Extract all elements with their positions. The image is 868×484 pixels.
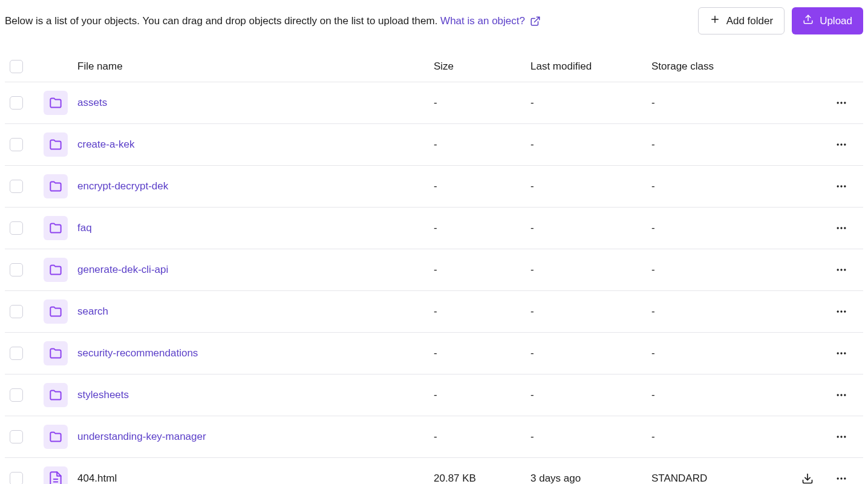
svg-point-25 bbox=[837, 394, 839, 396]
row-checkbox[interactable] bbox=[10, 96, 23, 110]
lastmodified-cell: - bbox=[530, 139, 651, 151]
size-cell: - bbox=[434, 264, 530, 276]
svg-point-6 bbox=[844, 102, 846, 103]
upload-icon bbox=[803, 14, 814, 28]
more-actions-button[interactable] bbox=[835, 347, 847, 359]
storageclass-cell: - bbox=[651, 222, 791, 234]
svg-point-26 bbox=[840, 394, 842, 396]
svg-point-7 bbox=[837, 143, 839, 145]
size-cell: - bbox=[434, 222, 530, 234]
more-actions-button[interactable] bbox=[835, 473, 847, 484]
svg-point-9 bbox=[844, 143, 846, 145]
col-storageclass: Storage class bbox=[651, 60, 791, 73]
description-text: Below is a list of your objects. You can… bbox=[5, 15, 541, 27]
row-checkbox[interactable] bbox=[10, 347, 23, 360]
storageclass-cell: - bbox=[651, 347, 791, 359]
lastmodified-cell: - bbox=[530, 222, 651, 234]
what-is-object-text: What is an object? bbox=[440, 15, 525, 27]
col-filename: File name bbox=[77, 60, 434, 73]
storageclass-cell: - bbox=[651, 264, 791, 276]
table-row: generate-dek-cli-api--- bbox=[5, 249, 863, 291]
folder-link[interactable]: encrypt-decrypt-dek bbox=[77, 180, 434, 192]
more-actions-button[interactable] bbox=[835, 306, 847, 318]
more-actions-button[interactable] bbox=[835, 264, 847, 276]
table-header: File name Size Last modified Storage cla… bbox=[5, 51, 863, 82]
size-cell: 20.87 KB bbox=[434, 473, 530, 484]
row-checkbox[interactable] bbox=[10, 388, 23, 402]
svg-point-29 bbox=[840, 436, 842, 437]
more-actions-button[interactable] bbox=[835, 97, 847, 109]
svg-point-20 bbox=[840, 310, 842, 312]
lastmodified-cell: - bbox=[530, 389, 651, 401]
size-cell: - bbox=[434, 431, 530, 443]
svg-point-12 bbox=[844, 185, 846, 187]
file-link[interactable]: 404.html bbox=[77, 473, 434, 484]
lastmodified-cell: - bbox=[530, 264, 651, 276]
svg-point-13 bbox=[837, 227, 839, 229]
svg-point-23 bbox=[840, 352, 842, 354]
what-is-object-link[interactable]: What is an object? bbox=[440, 15, 541, 27]
select-all-checkbox[interactable] bbox=[10, 60, 23, 73]
table-row: search--- bbox=[5, 291, 863, 333]
table-row: encrypt-decrypt-dek--- bbox=[5, 166, 863, 208]
folder-icon bbox=[44, 216, 68, 240]
folder-link[interactable]: faq bbox=[77, 222, 434, 234]
table-row: 404.html20.87 KB3 days agoSTANDARD bbox=[5, 458, 863, 484]
svg-point-27 bbox=[844, 394, 846, 396]
size-cell: - bbox=[434, 139, 530, 151]
row-checkbox[interactable] bbox=[10, 180, 23, 193]
svg-point-4 bbox=[837, 102, 839, 103]
table-row: security-recommendations--- bbox=[5, 333, 863, 374]
storageclass-cell: - bbox=[651, 180, 791, 192]
more-actions-button[interactable] bbox=[835, 180, 847, 192]
folder-icon bbox=[44, 383, 68, 407]
svg-point-28 bbox=[837, 436, 839, 437]
svg-point-18 bbox=[844, 269, 846, 270]
folder-link[interactable]: generate-dek-cli-api bbox=[77, 264, 434, 276]
more-actions-button[interactable] bbox=[835, 139, 847, 151]
svg-point-8 bbox=[840, 143, 842, 145]
add-folder-label: Add folder bbox=[726, 15, 774, 27]
svg-point-34 bbox=[837, 477, 839, 479]
svg-point-24 bbox=[844, 352, 846, 354]
folder-link[interactable]: understanding-key-manager bbox=[77, 431, 434, 443]
folder-link[interactable]: security-recommendations bbox=[77, 347, 434, 359]
folder-icon bbox=[44, 258, 68, 282]
download-button[interactable] bbox=[801, 473, 814, 484]
table-row: understanding-key-manager--- bbox=[5, 416, 863, 458]
folder-link[interactable]: assets bbox=[77, 97, 434, 109]
storageclass-cell: STANDARD bbox=[651, 473, 791, 484]
row-checkbox[interactable] bbox=[10, 430, 23, 443]
more-actions-button[interactable] bbox=[835, 389, 847, 401]
row-checkbox[interactable] bbox=[10, 138, 23, 151]
folder-link[interactable]: create-a-kek bbox=[77, 139, 434, 151]
storageclass-cell: - bbox=[651, 431, 791, 443]
svg-point-5 bbox=[840, 102, 842, 103]
lastmodified-cell: - bbox=[530, 97, 651, 109]
lastmodified-cell: - bbox=[530, 431, 651, 443]
size-cell: - bbox=[434, 347, 530, 359]
svg-point-11 bbox=[840, 185, 842, 187]
row-checkbox[interactable] bbox=[10, 221, 23, 235]
row-checkbox[interactable] bbox=[10, 472, 23, 484]
folder-icon bbox=[44, 425, 68, 449]
upload-label: Upload bbox=[820, 15, 852, 27]
add-folder-button[interactable]: Add folder bbox=[698, 7, 785, 34]
size-cell: - bbox=[434, 97, 530, 109]
folder-link[interactable]: search bbox=[77, 306, 434, 318]
upload-button[interactable]: Upload bbox=[792, 7, 863, 34]
svg-point-17 bbox=[840, 269, 842, 270]
svg-point-14 bbox=[840, 227, 842, 229]
more-actions-button[interactable] bbox=[835, 431, 847, 443]
row-checkbox[interactable] bbox=[10, 263, 23, 276]
storageclass-cell: - bbox=[651, 306, 791, 318]
table-row: create-a-kek--- bbox=[5, 124, 863, 166]
row-checkbox[interactable] bbox=[10, 305, 23, 318]
folder-icon bbox=[44, 174, 68, 198]
size-cell: - bbox=[434, 389, 530, 401]
table-row: assets--- bbox=[5, 82, 863, 124]
more-actions-button[interactable] bbox=[835, 222, 847, 234]
folder-link[interactable]: stylesheets bbox=[77, 389, 434, 401]
svg-line-0 bbox=[534, 17, 539, 22]
svg-point-16 bbox=[837, 269, 839, 270]
